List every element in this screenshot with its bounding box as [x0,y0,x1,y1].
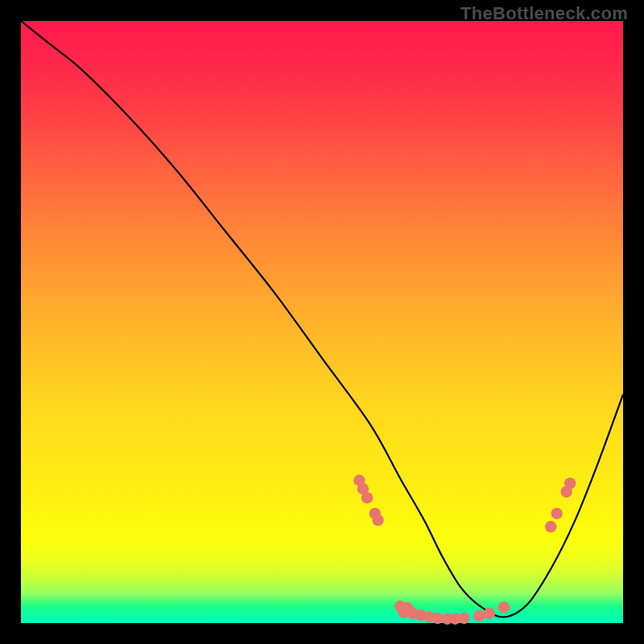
bottleneck-curve [21,21,623,617]
chart-svg [21,21,623,623]
chart-plot-area [21,21,623,623]
data-points-group [353,475,576,625]
data-point [545,521,556,532]
data-point [361,492,373,503]
data-point [564,477,576,489]
data-point [498,601,510,613]
watermark-text: TheBottleneck.com [460,3,628,24]
data-point [484,608,495,619]
data-point [551,508,563,519]
data-point [458,613,469,624]
data-point [372,514,383,526]
data-point [473,610,485,621]
